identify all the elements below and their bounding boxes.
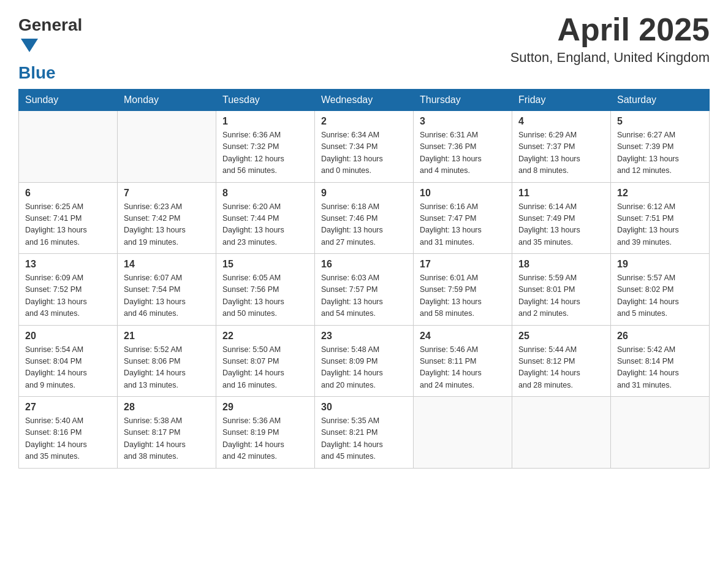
day-info: Sunrise: 6:31 AMSunset: 7:36 PMDaylight:… — [420, 129, 506, 177]
calendar-cell: 10Sunrise: 6:16 AMSunset: 7:47 PMDayligh… — [414, 182, 512, 254]
calendar-cell: 13Sunrise: 6:09 AMSunset: 7:52 PMDayligh… — [19, 254, 118, 326]
day-number: 17 — [420, 259, 506, 270]
day-number: 29 — [222, 402, 308, 413]
calendar-cell: 21Sunrise: 5:52 AMSunset: 8:06 PMDayligh… — [118, 325, 216, 397]
day-info: Sunrise: 6:01 AMSunset: 7:59 PMDaylight:… — [420, 272, 506, 320]
day-info: Sunrise: 6:27 AMSunset: 7:39 PMDaylight:… — [617, 129, 703, 177]
day-number: 19 — [617, 259, 703, 270]
calendar-cell — [611, 397, 710, 469]
day-info: Sunrise: 5:38 AMSunset: 8:17 PMDaylight:… — [124, 415, 210, 463]
day-number: 25 — [518, 331, 604, 342]
calendar-cell: 15Sunrise: 6:05 AMSunset: 7:56 PMDayligh… — [216, 254, 315, 326]
day-info: Sunrise: 5:57 AMSunset: 8:02 PMDaylight:… — [617, 272, 703, 320]
day-info: Sunrise: 6:16 AMSunset: 7:47 PMDaylight:… — [420, 201, 506, 249]
day-info: Sunrise: 5:36 AMSunset: 8:19 PMDaylight:… — [222, 415, 308, 463]
day-number: 21 — [124, 331, 210, 342]
day-info: Sunrise: 6:07 AMSunset: 7:54 PMDaylight:… — [124, 272, 210, 320]
logo-general: General — [18, 15, 82, 34]
weekday-header-sunday: Sunday — [19, 90, 118, 111]
calendar-cell: 19Sunrise: 5:57 AMSunset: 8:02 PMDayligh… — [611, 254, 710, 326]
day-info: Sunrise: 6:09 AMSunset: 7:52 PMDaylight:… — [25, 272, 111, 320]
day-number: 5 — [617, 116, 703, 127]
logo-icon — [21, 39, 38, 52]
day-number: 1 — [222, 116, 308, 127]
weekday-header-saturday: Saturday — [611, 90, 710, 111]
day-number: 20 — [25, 331, 111, 342]
calendar-cell: 23Sunrise: 5:48 AMSunset: 8:09 PMDayligh… — [315, 325, 414, 397]
day-number: 27 — [25, 402, 111, 413]
day-info: Sunrise: 5:52 AMSunset: 8:06 PMDaylight:… — [124, 344, 210, 392]
day-number: 16 — [321, 259, 407, 270]
logo-blue: Blue — [18, 63, 56, 82]
calendar-cell: 5Sunrise: 6:27 AMSunset: 7:39 PMDaylight… — [611, 111, 710, 183]
calendar-cell: 22Sunrise: 5:50 AMSunset: 8:07 PMDayligh… — [216, 325, 315, 397]
day-info: Sunrise: 6:03 AMSunset: 7:57 PMDaylight:… — [321, 272, 407, 320]
calendar-cell: 26Sunrise: 5:42 AMSunset: 8:14 PMDayligh… — [611, 325, 710, 397]
calendar-cell — [19, 111, 118, 183]
calendar-cell: 4Sunrise: 6:29 AMSunset: 7:37 PMDaylight… — [512, 111, 611, 183]
day-info: Sunrise: 5:54 AMSunset: 8:04 PMDaylight:… — [25, 344, 111, 392]
calendar-subtitle: Sutton, England, United Kingdom — [510, 50, 710, 66]
calendar-cell: 30Sunrise: 5:35 AMSunset: 8:21 PMDayligh… — [315, 397, 414, 469]
day-info: Sunrise: 6:29 AMSunset: 7:37 PMDaylight:… — [518, 129, 604, 177]
calendar-cell: 1Sunrise: 6:36 AMSunset: 7:32 PMDaylight… — [216, 111, 315, 183]
weekday-header-thursday: Thursday — [414, 90, 512, 111]
logo-text: General Blue — [18, 15, 82, 83]
day-number: 11 — [518, 188, 604, 199]
calendar-cell: 18Sunrise: 5:59 AMSunset: 8:01 PMDayligh… — [512, 254, 611, 326]
day-info: Sunrise: 5:50 AMSunset: 8:07 PMDaylight:… — [222, 344, 308, 392]
day-number: 10 — [420, 188, 506, 199]
calendar-table: SundayMondayTuesdayWednesdayThursdayFrid… — [18, 89, 710, 469]
calendar-cell: 6Sunrise: 6:25 AMSunset: 7:41 PMDaylight… — [19, 182, 118, 254]
day-number: 24 — [420, 331, 506, 342]
calendar-cell: 8Sunrise: 6:20 AMSunset: 7:44 PMDaylight… — [216, 182, 315, 254]
day-number: 7 — [124, 188, 210, 199]
calendar-cell: 3Sunrise: 6:31 AMSunset: 7:36 PMDaylight… — [414, 111, 512, 183]
day-info: Sunrise: 5:48 AMSunset: 8:09 PMDaylight:… — [321, 344, 407, 392]
day-info: Sunrise: 6:23 AMSunset: 7:42 PMDaylight:… — [124, 201, 210, 249]
calendar-title: April 2025 — [510, 12, 710, 47]
day-number: 18 — [518, 259, 604, 270]
day-info: Sunrise: 6:05 AMSunset: 7:56 PMDaylight:… — [222, 272, 308, 320]
day-number: 2 — [321, 116, 407, 127]
page-header: General Blue April 2025 Sutton, England,… — [18, 12, 710, 83]
day-number: 22 — [222, 331, 308, 342]
day-number: 14 — [124, 259, 210, 270]
logo: General Blue — [18, 15, 82, 83]
calendar-cell: 12Sunrise: 6:12 AMSunset: 7:51 PMDayligh… — [611, 182, 710, 254]
calendar-cell: 29Sunrise: 5:36 AMSunset: 8:19 PMDayligh… — [216, 397, 315, 469]
day-number: 13 — [25, 259, 111, 270]
day-number: 8 — [222, 188, 308, 199]
day-number: 26 — [617, 331, 703, 342]
day-number: 28 — [124, 402, 210, 413]
day-info: Sunrise: 6:25 AMSunset: 7:41 PMDaylight:… — [25, 201, 111, 249]
calendar-cell: 11Sunrise: 6:14 AMSunset: 7:49 PMDayligh… — [512, 182, 611, 254]
day-number: 23 — [321, 331, 407, 342]
calendar-cell: 17Sunrise: 6:01 AMSunset: 7:59 PMDayligh… — [414, 254, 512, 326]
calendar-cell — [512, 397, 611, 469]
day-number: 3 — [420, 116, 506, 127]
day-number: 9 — [321, 188, 407, 199]
day-number: 6 — [25, 188, 111, 199]
calendar-cell: 27Sunrise: 5:40 AMSunset: 8:16 PMDayligh… — [19, 397, 118, 469]
day-info: Sunrise: 5:44 AMSunset: 8:12 PMDaylight:… — [518, 344, 604, 392]
day-number: 15 — [222, 259, 308, 270]
day-info: Sunrise: 6:34 AMSunset: 7:34 PMDaylight:… — [321, 129, 407, 177]
day-info: Sunrise: 6:20 AMSunset: 7:44 PMDaylight:… — [222, 201, 308, 249]
weekday-header-wednesday: Wednesday — [315, 90, 414, 111]
calendar-cell: 16Sunrise: 6:03 AMSunset: 7:57 PMDayligh… — [315, 254, 414, 326]
calendar-cell: 24Sunrise: 5:46 AMSunset: 8:11 PMDayligh… — [414, 325, 512, 397]
day-info: Sunrise: 5:59 AMSunset: 8:01 PMDaylight:… — [518, 272, 604, 320]
day-info: Sunrise: 5:42 AMSunset: 8:14 PMDaylight:… — [617, 344, 703, 392]
day-info: Sunrise: 6:12 AMSunset: 7:51 PMDaylight:… — [617, 201, 703, 249]
calendar-cell: 9Sunrise: 6:18 AMSunset: 7:46 PMDaylight… — [315, 182, 414, 254]
weekday-header-tuesday: Tuesday — [216, 90, 315, 111]
day-number: 12 — [617, 188, 703, 199]
day-number: 4 — [518, 116, 604, 127]
calendar-cell — [414, 397, 512, 469]
day-info: Sunrise: 5:46 AMSunset: 8:11 PMDaylight:… — [420, 344, 506, 392]
day-info: Sunrise: 5:35 AMSunset: 8:21 PMDaylight:… — [321, 415, 407, 463]
weekday-header-monday: Monday — [118, 90, 216, 111]
calendar-cell: 20Sunrise: 5:54 AMSunset: 8:04 PMDayligh… — [19, 325, 118, 397]
calendar-cell: 25Sunrise: 5:44 AMSunset: 8:12 PMDayligh… — [512, 325, 611, 397]
